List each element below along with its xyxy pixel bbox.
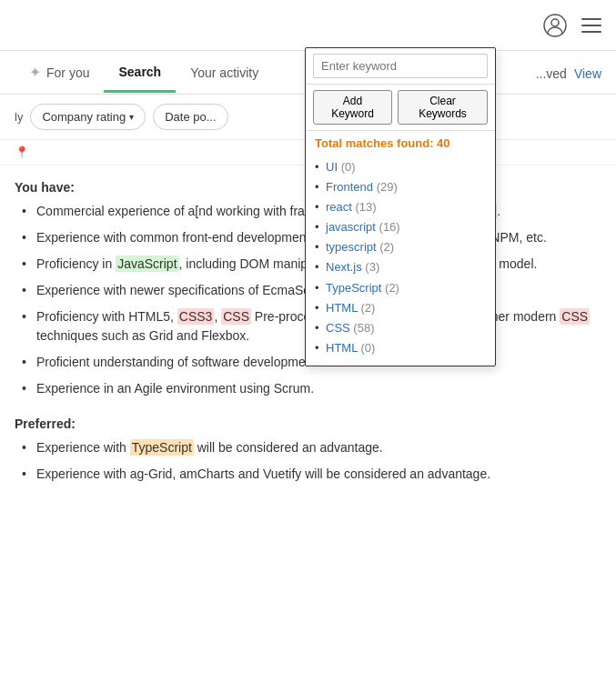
keyword-link-typescript-upper[interactable]: TypeScript bbox=[326, 281, 381, 295]
date-posted-label: Date po... bbox=[165, 110, 216, 124]
list-item: CSS (58) bbox=[326, 318, 486, 338]
keyword-input-row bbox=[306, 48, 495, 85]
keyword-link-html-0[interactable]: HTML bbox=[326, 341, 358, 355]
list-item: react (13) bbox=[326, 197, 486, 217]
keyword-link-react[interactable]: react bbox=[326, 200, 352, 214]
menu-button[interactable] bbox=[581, 18, 601, 33]
list-item: HTML (2) bbox=[326, 298, 486, 318]
svg-rect-3 bbox=[581, 25, 601, 26]
keyword-link-javascript[interactable]: javascript bbox=[326, 220, 376, 234]
clear-keywords-button[interactable]: Clear Keywords bbox=[398, 90, 488, 125]
date-posted-filter[interactable]: Date po... bbox=[153, 104, 227, 130]
tab-your-activity[interactable]: Your activity bbox=[176, 53, 273, 93]
keyword-link-css[interactable]: CSS bbox=[326, 321, 350, 335]
css-highlight-1: CSS bbox=[221, 308, 251, 325]
keyword-input[interactable] bbox=[313, 54, 488, 78]
total-matches-label: Total matches found: bbox=[315, 136, 433, 150]
css-highlight-2: CSS bbox=[560, 308, 590, 325]
tab-your-activity-label: Your activity bbox=[190, 65, 258, 80]
list-item: Experience with ag-Grid, amCharts and Vu… bbox=[22, 465, 601, 484]
list-item: UI (0) bbox=[326, 157, 486, 177]
account-button[interactable] bbox=[543, 14, 567, 37]
company-rating-filter[interactable]: Company rating ▾ bbox=[30, 104, 146, 130]
saved-label: ...ved bbox=[536, 66, 567, 81]
list-item: javascript (16) bbox=[326, 217, 486, 237]
tab-search-label: Search bbox=[118, 65, 161, 79]
tab-for-you[interactable]: ✦ For you bbox=[15, 51, 104, 94]
keyword-link-ui[interactable]: UI bbox=[326, 160, 338, 174]
preferred-list: Experience with TypeScript will be consi… bbox=[15, 438, 601, 484]
svg-rect-2 bbox=[581, 18, 601, 20]
total-matches-count: 40 bbox=[437, 136, 449, 150]
javascript-highlight-1: JavaScript bbox=[116, 256, 178, 272]
company-rating-label: Company rating bbox=[42, 110, 126, 124]
tab-for-you-label: For you bbox=[46, 65, 89, 80]
preferred-heading: Preferred: bbox=[15, 416, 601, 431]
css3-highlight: CSS3 bbox=[177, 308, 215, 325]
spark-icon: ✦ bbox=[29, 64, 41, 81]
list-item: TypeScript (2) bbox=[326, 278, 486, 298]
view-link[interactable]: View bbox=[574, 66, 601, 81]
svg-point-1 bbox=[551, 19, 559, 26]
main-content: Add Keyword Clear Keywords Total matches… bbox=[0, 165, 616, 506]
list-item: Experience with TypeScript will be consi… bbox=[22, 438, 601, 457]
list-item: Frontend (29) bbox=[326, 177, 486, 197]
preferred-section: Preferred: Experience with TypeScript wi… bbox=[15, 416, 601, 484]
keyword-btn-row: Add Keyword Clear Keywords bbox=[306, 85, 495, 131]
location-pin-icon: 📍 bbox=[15, 145, 29, 159]
total-matches-row: Total matches found: 40 bbox=[306, 131, 495, 154]
list-item: typescript (2) bbox=[326, 237, 486, 257]
chevron-down-icon: ▾ bbox=[129, 112, 134, 122]
tab-search[interactable]: Search bbox=[104, 52, 176, 93]
keyword-link-nextjs[interactable]: Next.js bbox=[326, 260, 362, 274]
header-action-icons bbox=[543, 14, 601, 37]
filter-only-label: ly bbox=[15, 110, 23, 124]
add-keyword-button[interactable]: Add Keyword bbox=[313, 90, 392, 125]
list-item: Experience in an Agile environment using… bbox=[22, 379, 601, 398]
typescript-highlight: TypeScript bbox=[130, 439, 194, 456]
keyword-dropdown: Add Keyword Clear Keywords Total matches… bbox=[305, 47, 496, 366]
app-header bbox=[0, 0, 616, 51]
keyword-list: UI (0) Frontend (29) react (13) javascri… bbox=[306, 154, 495, 366]
list-item: Next.js (3) bbox=[326, 257, 486, 277]
svg-rect-4 bbox=[581, 31, 601, 33]
keyword-link-typescript-lower[interactable]: typescript bbox=[326, 240, 377, 254]
keyword-link-frontend[interactable]: Frontend bbox=[326, 180, 373, 194]
list-item: HTML (0) bbox=[326, 338, 486, 358]
keyword-link-html-2[interactable]: HTML bbox=[326, 301, 358, 315]
